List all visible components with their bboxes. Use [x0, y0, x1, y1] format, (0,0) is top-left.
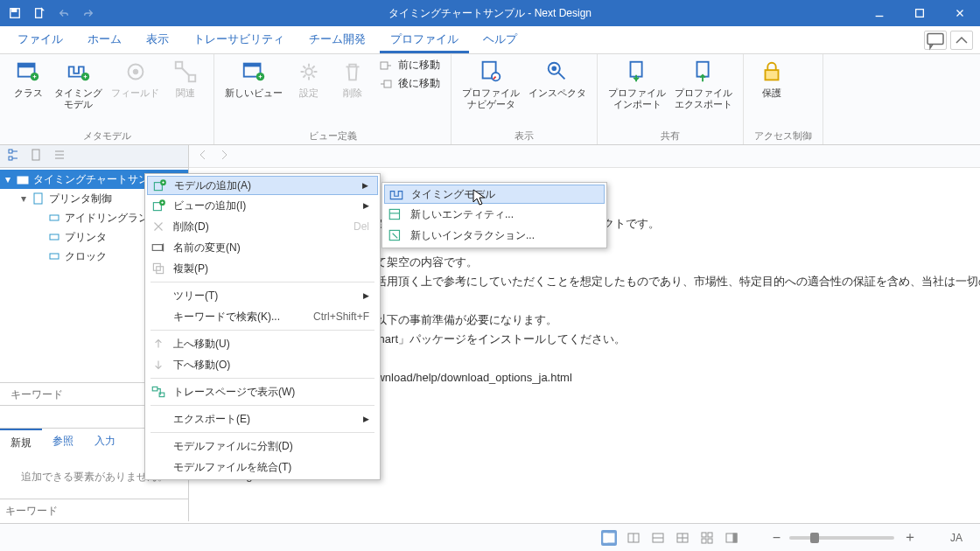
submenu-item[interactable]: タイミングモデル	[384, 185, 605, 204]
zoom-in-icon[interactable]: ＋	[903, 528, 917, 547]
submenu-item[interactable]: 新しいインタラクション...	[384, 225, 605, 246]
status-layout1-icon[interactable]	[601, 530, 617, 546]
menu-profile[interactable]: プロファイル	[380, 26, 469, 53]
undo-icon[interactable]	[52, 0, 75, 26]
window-title: タイミングチャートサンプル - Next Design	[0, 0, 980, 26]
doc-icon	[32, 192, 46, 206]
svg-rect-14	[244, 64, 261, 67]
titlebar: タイミングチャートサンプル - Next Design	[0, 0, 980, 26]
ctx-item[interactable]: トレースページで表示(W)	[147, 381, 378, 402]
box-icon	[47, 249, 61, 263]
panel-tab-list-icon[interactable]	[52, 148, 66, 164]
svg-rect-31	[50, 215, 59, 220]
svg-rect-44	[152, 387, 158, 391]
menu-trace[interactable]: トレーサビリティ	[183, 26, 295, 53]
svg-rect-26	[9, 150, 12, 153]
svg-point-22	[552, 66, 556, 70]
side-panel-tabs	[0, 145, 188, 168]
ribbon-field[interactable]: フィールド	[111, 58, 159, 99]
int-icon	[388, 227, 403, 243]
ribbon-delete[interactable]: 削除	[335, 58, 370, 99]
status-locale: JA	[950, 532, 962, 544]
zoom-out-icon[interactable]: −	[773, 530, 780, 546]
svg-rect-46	[389, 209, 399, 219]
content-line: に活用頂く上で参考にしていただくことを想定したものであり、市場性、特定目的への適…	[364, 271, 980, 292]
menubar: ファイル ホーム 表示 トレーサビリティ チーム開発 プロファイル ヘルプ	[0, 26, 980, 54]
ribbon-assoc[interactable]: 関連	[168, 58, 203, 99]
comment-icon[interactable]	[924, 31, 947, 50]
ribbon-profile-import[interactable]: プロファイル インポート	[608, 58, 666, 110]
svg-rect-53	[702, 533, 706, 537]
content-line: gChart」パッケージをインストールしてください。	[364, 329, 626, 350]
context-submenu[interactable]: タイミングモデル新しいエンティティ...新しいインタラクション...	[382, 182, 607, 248]
ctx-item: モデルファイルに分割(D)	[147, 436, 378, 457]
ribbon-profile-navigator[interactable]: プロファイル ナビゲータ	[462, 58, 520, 110]
ctx-item[interactable]: 名前の変更(N)	[147, 237, 378, 258]
ctx-item[interactable]: キーワードで検索(K)...Ctrl+Shift+F	[147, 306, 378, 327]
lowtab-new[interactable]: 新規	[0, 429, 42, 456]
ctx-item[interactable]: ビューの追加(I)▶	[147, 195, 378, 216]
ctx-item: 削除(D)Del	[147, 216, 378, 237]
ribbon-inspector[interactable]: インスペクタ	[528, 58, 586, 99]
menu-help[interactable]: ヘルプ	[472, 26, 528, 53]
content-line: は以下の事前準備が必要になります。	[364, 310, 557, 331]
dup-icon	[150, 261, 166, 276]
svg-rect-29	[18, 177, 28, 184]
lowtab-input[interactable]: 入力	[84, 429, 126, 456]
context-menu[interactable]: モデルの追加(A)▶ビューの追加(I)▶削除(D)Del名前の変更(N)複製(P…	[144, 173, 381, 480]
menu-home[interactable]: ホーム	[77, 26, 132, 53]
blank-icon	[150, 411, 166, 427]
svg-rect-4	[928, 34, 943, 45]
trace-icon	[150, 384, 166, 400]
lowtab-ref[interactable]: 参照	[42, 429, 84, 456]
ctx-item[interactable]: エクスポート(E)▶	[147, 408, 378, 429]
maximize-icon[interactable]	[900, 0, 940, 26]
ctx-item[interactable]: ツリー(T)▶	[147, 285, 378, 306]
redo-icon[interactable]	[77, 0, 100, 26]
del-icon	[150, 219, 166, 234]
svg-rect-3	[916, 10, 924, 17]
collapse-ribbon-icon[interactable]	[950, 31, 973, 50]
menu-view[interactable]: 表示	[136, 26, 179, 53]
svg-rect-2	[36, 9, 42, 18]
ribbon-class[interactable]: クラス	[10, 58, 46, 99]
ctx-item[interactable]: モデルの追加(A)▶	[147, 176, 378, 195]
box-icon	[47, 230, 61, 244]
ribbon-movenext[interactable]: 後に移動	[379, 76, 440, 91]
menu-team[interactable]: チーム開発	[298, 26, 376, 53]
panel-tab-tree-icon[interactable]	[7, 148, 21, 164]
ribbon-setting[interactable]: 設定	[291, 58, 326, 99]
ribbon-protect[interactable]: 保護	[754, 58, 789, 99]
submenu-item[interactable]: 新しいエンティティ...	[384, 204, 605, 225]
ribbon-moveprev[interactable]: 前に移動	[379, 58, 440, 73]
menu-file[interactable]: ファイル	[7, 26, 74, 53]
ribbon-timingmodel[interactable]: タイミング モデル	[54, 58, 102, 110]
panel-tab-doc-icon[interactable]	[30, 148, 44, 164]
tm-icon	[388, 186, 404, 202]
add-icon	[150, 198, 166, 213]
svg-rect-33	[50, 254, 59, 259]
minimize-icon[interactable]	[859, 0, 900, 26]
ctx-item: モデルファイルを統合(T)	[147, 457, 378, 478]
zoom-slider[interactable]	[789, 536, 894, 540]
ribbon-group-share: 共有	[608, 128, 732, 143]
keyword-input-2[interactable]	[5, 505, 183, 517]
ribbon-profile-export[interactable]: プロファイル エクスポート	[675, 58, 732, 110]
svg-rect-55	[702, 539, 706, 543]
save-icon[interactable]	[4, 0, 26, 26]
ribbon-group-metamodel: メタモデル	[10, 128, 203, 143]
new-icon[interactable]	[28, 0, 51, 26]
ribbon-newview[interactable]: 新しいビュー	[225, 58, 283, 99]
status-layout2-icon[interactable]	[626, 530, 641, 546]
svg-rect-41	[152, 245, 162, 251]
box-icon	[47, 211, 61, 225]
close-icon[interactable]	[940, 0, 980, 26]
status-layout4-icon[interactable]	[675, 530, 690, 546]
svg-rect-1	[12, 9, 17, 12]
svg-rect-6	[18, 64, 35, 68]
status-layout3-icon[interactable]	[650, 530, 666, 546]
status-grid-icon[interactable]	[699, 530, 715, 546]
status-panel-icon[interactable]	[724, 530, 739, 546]
svg-rect-18	[384, 80, 391, 87]
blank-icon	[150, 288, 166, 303]
